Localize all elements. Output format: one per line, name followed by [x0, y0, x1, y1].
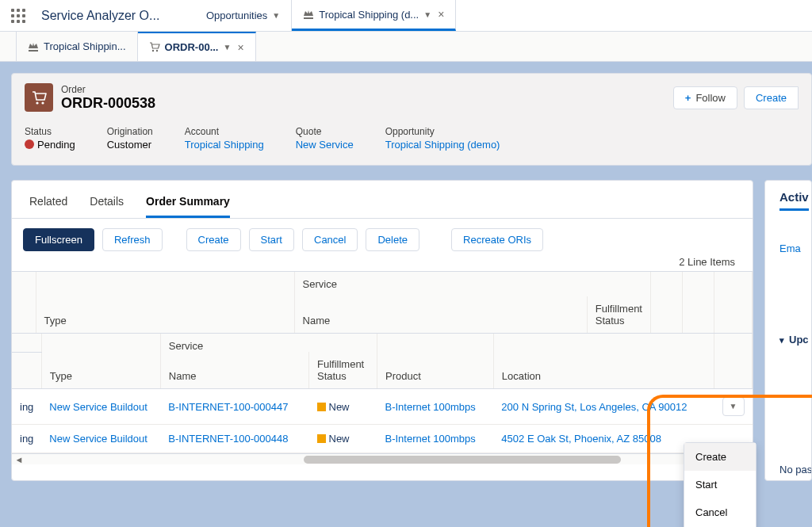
- global-nav: Service Analyzer O... Opportunities ▼ Tr…: [0, 0, 812, 32]
- cell-type[interactable]: New Service Buildout: [41, 425, 160, 453]
- tab-related[interactable]: Related: [29, 190, 67, 218]
- cancel-button[interactable]: Cancel: [302, 228, 358, 251]
- field-value: Customer: [107, 139, 153, 151]
- col-location[interactable]: Location: [493, 352, 714, 389]
- row-actions-menu: Create Start Cancel Delete: [684, 442, 756, 527]
- field-label: Status: [25, 126, 75, 137]
- field-quote: Quote New Service: [296, 126, 354, 151]
- upcoming-label: Upc: [789, 334, 809, 346]
- field-opportunity: Opportunity Tropical Shipping (demo): [385, 126, 500, 151]
- row-fragment: ing: [12, 389, 41, 425]
- sub-tab-opportunity[interactable]: Tropical Shippin...: [16, 32, 138, 61]
- activity-panel: Activ Ema ▾Upc No past: [764, 180, 812, 481]
- svg-point-2: [36, 101, 38, 104]
- plus-icon: +: [685, 92, 691, 104]
- tab-order-summary[interactable]: Order Summary: [146, 190, 230, 218]
- field-account: Account Tropical Shipping: [185, 126, 264, 151]
- status-square-icon: [317, 434, 326, 443]
- chevron-down-icon: ▾: [779, 335, 784, 346]
- nav-tab-opportunities[interactable]: Opportunities ▼: [195, 0, 292, 31]
- col-product[interactable]: Product: [377, 352, 494, 389]
- sub-tab-order[interactable]: ORDR-00... ▼ ×: [138, 32, 256, 61]
- svg-point-0: [151, 50, 153, 52]
- fullscreen-button[interactable]: Fullscreen: [23, 228, 94, 251]
- action-bar: Fullscreen Refresh Create Start Cancel D…: [12, 219, 753, 256]
- col-type[interactable]: Type: [41, 352, 160, 389]
- delete-button[interactable]: Delete: [366, 228, 419, 251]
- fulfillment-text: New: [329, 401, 350, 413]
- menu-item-start[interactable]: Start: [684, 471, 756, 498]
- tab-details[interactable]: Details: [90, 190, 124, 218]
- field-label: Opportunity: [385, 126, 500, 137]
- chevron-down-icon[interactable]: ▼: [272, 11, 280, 20]
- col-group-service: Service: [160, 334, 377, 352]
- field-label: Account: [185, 126, 264, 137]
- create-button[interactable]: Create: [744, 86, 799, 109]
- crown-icon: [303, 10, 314, 19]
- cell-name[interactable]: B-INTERNET-100-000447: [160, 389, 308, 425]
- cell-type[interactable]: New Service Buildout: [41, 389, 160, 425]
- email-link[interactable]: Ema: [779, 242, 811, 254]
- svg-point-1: [155, 50, 157, 52]
- refresh-button[interactable]: Refresh: [102, 228, 163, 251]
- order-icon: [25, 83, 53, 112]
- order-summary-panel: Related Details Order Summary Fullscreen…: [11, 180, 753, 481]
- fulfillment-text: New: [329, 433, 350, 445]
- record-header-card: Order ORDR-000538 + Follow Create Status…: [11, 73, 812, 166]
- field-value-link[interactable]: New Service: [296, 139, 354, 151]
- record-name: ORDR-000538: [61, 95, 673, 112]
- col-group-service: Service: [294, 272, 650, 296]
- record-type-label: Order: [61, 84, 673, 95]
- scroll-thumb[interactable]: [304, 456, 621, 464]
- col-fulfillment[interactable]: Fulfillment Status: [587, 296, 650, 334]
- close-icon[interactable]: ×: [237, 41, 243, 54]
- row-fragment: ing: [12, 425, 41, 453]
- follow-button[interactable]: + Follow: [673, 86, 737, 109]
- field-label: Origination: [107, 126, 153, 137]
- row-actions-button[interactable]: ▼: [722, 397, 745, 416]
- field-value-link[interactable]: Tropical Shipping (demo): [385, 139, 500, 151]
- record-canvas: Order ORDR-000538 + Follow Create Status…: [0, 62, 812, 527]
- cell-product[interactable]: B-Internet 100mbps: [377, 425, 494, 453]
- cell-product[interactable]: B-Internet 100mbps: [377, 389, 494, 425]
- col-name[interactable]: Name: [160, 352, 308, 389]
- create-button[interactable]: Create: [186, 228, 241, 251]
- table-row[interactable]: ing New Service Buildout B-INTERNET-100-…: [12, 425, 753, 453]
- scroll-left-icon[interactable]: ◄: [12, 455, 26, 464]
- menu-item-cancel[interactable]: Cancel: [684, 498, 756, 526]
- line-items-table-wrapper: Type Service Name Fulfillment Status: [12, 271, 753, 334]
- cell-fulfillment: New: [309, 389, 377, 425]
- upcoming-section[interactable]: ▾Upc: [779, 334, 811, 346]
- follow-button-label: Follow: [695, 92, 726, 104]
- cell-name[interactable]: B-INTERNET-100-000448: [160, 425, 308, 453]
- close-icon[interactable]: ×: [438, 8, 444, 21]
- cell-location[interactable]: 200 N Spring St, Los Angeles, CA 90012: [493, 389, 714, 425]
- col-name[interactable]: Name: [294, 296, 587, 334]
- field-label: Quote: [296, 126, 354, 137]
- col-type[interactable]: Type: [36, 272, 294, 334]
- horizontal-scrollbar[interactable]: ◄: [12, 453, 753, 464]
- nav-tab-tropical-shipping[interactable]: Tropical Shipping (d... ▼ ×: [292, 0, 456, 31]
- menu-item-create[interactable]: Create: [684, 443, 756, 471]
- cell-location[interactable]: 4502 E Oak St, Phoenix, AZ 85008: [493, 425, 714, 453]
- app-launcher[interactable]: [0, 0, 36, 31]
- line-items-table: Type Service Name Fulfillment Status: [12, 272, 753, 334]
- status-text: Pending: [37, 139, 75, 151]
- table-row[interactable]: ing New Service Buildout B-INTERNET-100-…: [12, 389, 753, 425]
- cell-fulfillment: New: [309, 425, 377, 453]
- workspace-subtabs: Tropical Shippin... ORDR-00... ▼ ×: [0, 32, 812, 62]
- start-button[interactable]: Start: [249, 228, 294, 251]
- nav-tab-label: Opportunities: [206, 10, 267, 21]
- status-dot-icon: [25, 139, 34, 149]
- line-items-table: Service Type Name Fulfillment Status Pro…: [12, 334, 753, 453]
- activity-tab[interactable]: Activ: [779, 190, 809, 211]
- app-name: Service Analyzer O...: [36, 0, 195, 31]
- chevron-down-icon[interactable]: ▼: [423, 10, 431, 19]
- field-value-link[interactable]: Tropical Shipping: [185, 139, 264, 151]
- col-fulfillment[interactable]: Fulfillment Status: [309, 352, 377, 389]
- field-origination: Origination Customer: [107, 126, 153, 151]
- highlights-panel: Status Pending Origination Customer Acco…: [25, 126, 799, 151]
- chevron-down-icon[interactable]: ▼: [223, 43, 231, 52]
- line-item-count: 2 Line Items: [12, 256, 753, 271]
- recreate-oris-button[interactable]: Recreate ORIs: [451, 228, 543, 251]
